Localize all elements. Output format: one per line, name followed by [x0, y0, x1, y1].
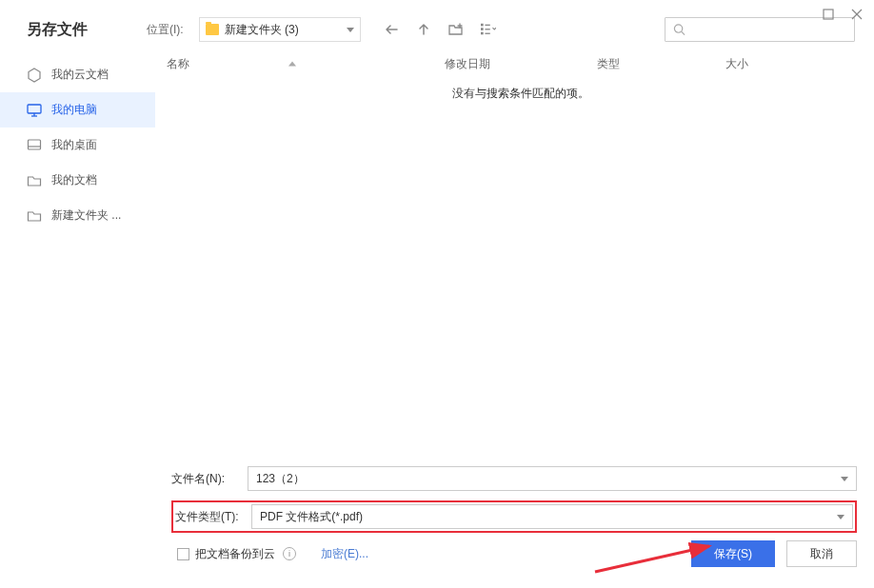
column-name[interactable]: 名称 [155, 56, 441, 72]
filetype-highlight: 文件类型(T): PDF 文件格式(*.pdf) [171, 500, 857, 533]
sidebar-item-label: 新建文件夹 ... [51, 207, 121, 224]
sidebar-item-label: 我的云文档 [51, 67, 109, 83]
backup-checkbox[interactable]: 把文档备份到云 [177, 546, 275, 562]
desktop-icon [27, 138, 42, 153]
save-button[interactable]: 保存(S) [691, 540, 775, 567]
up-button[interactable] [416, 22, 431, 37]
empty-message: 没有与搜索条件匹配的项。 [452, 78, 874, 102]
location-label: 位置(I): [147, 22, 184, 38]
cloud-icon [27, 68, 42, 83]
cancel-button[interactable]: 取消 [786, 540, 857, 567]
folder-icon [206, 24, 219, 35]
column-date[interactable]: 修改日期 [441, 56, 593, 72]
dialog-title: 另存文件 [27, 20, 88, 40]
filetype-label: 文件类型(T): [175, 509, 251, 525]
chevron-down-icon [347, 28, 354, 32]
location-value: 新建文件夹 (3) [225, 22, 341, 38]
maximize-button[interactable] [823, 8, 834, 23]
filetype-value: PDF 文件格式(*.pdf) [260, 509, 363, 525]
new-folder-button[interactable] [448, 22, 464, 37]
filetype-dropdown[interactable]: PDF 文件格式(*.pdf) [251, 504, 853, 529]
checkbox-icon [177, 548, 189, 560]
columns-header: 名称 修改日期 类型 大小 [155, 49, 874, 78]
location-dropdown[interactable]: 新建文件夹 (3) [199, 17, 361, 42]
sort-indicator-icon [288, 62, 296, 67]
search-icon [673, 23, 685, 36]
sidebar-item-documents[interactable]: 我的文档 [0, 163, 155, 198]
sidebar-item-cloud-docs[interactable]: 我的云文档 [0, 57, 155, 92]
sidebar-item-label: 我的桌面 [51, 137, 97, 153]
svg-rect-7 [485, 29, 489, 29]
sidebar-item-new-folder[interactable]: 新建文件夹 ... [0, 198, 155, 233]
folder-icon [27, 173, 42, 188]
column-type[interactable]: 类型 [593, 56, 722, 72]
folder-icon [27, 208, 42, 224]
backup-label: 把文档备份到云 [195, 546, 275, 562]
close-button[interactable] [851, 8, 863, 23]
info-icon[interactable]: i [283, 547, 296, 560]
svg-rect-8 [485, 33, 489, 34]
sidebar-item-label: 我的电脑 [51, 102, 97, 118]
svg-rect-5 [481, 32, 484, 35]
encrypt-link[interactable]: 加密(E)... [321, 546, 368, 562]
svg-rect-4 [481, 28, 484, 30]
svg-line-10 [682, 31, 685, 34]
back-button[interactable] [384, 22, 399, 37]
svg-point-9 [674, 25, 682, 32]
svg-rect-14 [29, 140, 41, 149]
svg-rect-6 [485, 25, 489, 26]
filename-label: 文件名(N): [171, 471, 248, 487]
chevron-down-icon [837, 515, 844, 519]
search-input[interactable] [685, 23, 846, 36]
view-options-button[interactable] [481, 22, 496, 37]
svg-rect-3 [481, 24, 484, 27]
column-size[interactable]: 大小 [722, 56, 748, 72]
filename-value: 123（2） [256, 471, 305, 487]
sidebar: 我的云文档 我的电脑 我的桌面 我的文档 新建文件夹 ... [0, 49, 155, 466]
svg-rect-0 [824, 10, 833, 19]
sidebar-item-desktop[interactable]: 我的桌面 [0, 127, 155, 163]
sidebar-item-label: 我的文档 [51, 172, 97, 188]
sidebar-item-my-computer[interactable]: 我的电脑 [0, 92, 155, 127]
svg-rect-11 [28, 105, 41, 113]
monitor-icon [27, 103, 42, 118]
chevron-down-icon [841, 477, 848, 481]
filename-dropdown[interactable]: 123（2） [248, 466, 857, 491]
